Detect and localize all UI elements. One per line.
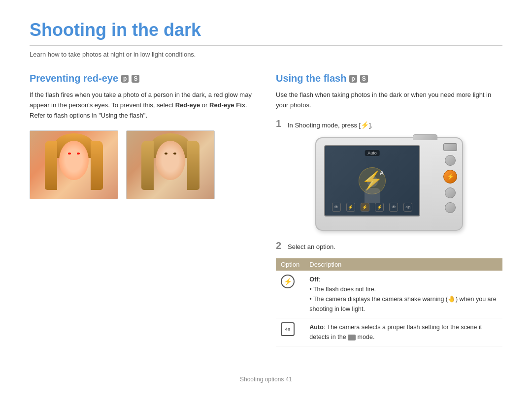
off-description: Off: The flash does not fire. The camera… xyxy=(304,271,502,318)
right-camera-icon: p xyxy=(349,75,357,83)
photo-red-eye xyxy=(30,130,118,199)
right-column: Using the flash p S Use the flash when t… xyxy=(276,73,502,346)
screen-icon-3: ⚡ xyxy=(361,203,369,212)
auto-icon-cell: 4n xyxy=(276,318,304,346)
screen-icons-row: 👁 ⚡ ⚡ ⚡ 👁 4n xyxy=(329,203,415,212)
off-icon-cell: ⚡ xyxy=(276,271,304,318)
flash-a-letter: A xyxy=(380,170,384,176)
screen-icon-2: ⚡ xyxy=(346,203,355,212)
step-2-number: 2 xyxy=(276,241,285,250)
page-title: Shooting in the dark xyxy=(30,20,502,46)
right-section-title: Using the flash p S xyxy=(276,73,502,84)
right-scene-icon: S xyxy=(360,75,368,83)
two-column-layout: Preventing red-eye p S If the flash fire… xyxy=(30,73,502,346)
camera-screen-inner: Auto ⚡ A xyxy=(325,146,419,216)
step-1: 1 In Shooting mode, press [⚡]. xyxy=(276,119,502,130)
cam-btn-3[interactable] xyxy=(445,202,456,213)
off-label: Off xyxy=(309,276,318,283)
camera-body: Auto ⚡ A xyxy=(315,137,463,231)
left-column: Preventing red-eye p S If the flash fire… xyxy=(30,73,256,346)
scene-mode-icon xyxy=(348,335,356,340)
photo-comparison-row xyxy=(30,130,256,199)
table-row-auto: 4n Auto: The camera selects a proper fla… xyxy=(276,318,502,346)
left-body-text: If the flash fires when you take a photo… xyxy=(30,90,256,121)
screen-icon-1: 👁 xyxy=(332,203,341,212)
step-1-text: In Shooting mode, press [⚡]. xyxy=(288,119,372,130)
off-bullet-1: The flash does not fire. xyxy=(309,284,498,294)
off-bullet-list: The flash does not fire. The camera disp… xyxy=(309,284,498,314)
cam-btn-1[interactable] xyxy=(445,155,456,166)
camera-screen: Auto ⚡ A xyxy=(324,145,420,216)
footer-text: Shooting options 41 xyxy=(240,376,292,383)
screen-icon-5: 👁 xyxy=(389,203,398,212)
shutter-button[interactable] xyxy=(413,134,437,140)
cam-mode-button[interactable] xyxy=(443,143,457,151)
screen-icon-6: 4n xyxy=(403,203,412,212)
scene-icon-badge: S xyxy=(132,75,139,83)
person-silhouette xyxy=(363,176,382,203)
left-section-title: Preventing red-eye p S xyxy=(30,73,256,84)
cam-btn-2[interactable] xyxy=(445,187,456,198)
auto-flash-icon: 4n xyxy=(281,322,295,336)
options-table: Option Description ⚡ Off: The flash does… xyxy=(276,258,502,346)
step-1-number: 1 xyxy=(276,119,285,128)
table-header-option: Option xyxy=(276,258,304,271)
photo-corrected xyxy=(126,130,215,199)
auto-description: Auto: The camera selects a proper flash … xyxy=(304,318,502,346)
off-flash-icon: ⚡ xyxy=(281,275,295,288)
auto-label: Auto xyxy=(309,324,323,331)
off-bullet-2: The camera displays the camera shake war… xyxy=(309,294,498,314)
camera-illustration: Auto ⚡ A xyxy=(276,137,502,231)
page-footer: Shooting options 41 xyxy=(30,376,502,383)
step-2: 2 Select an option. xyxy=(276,241,502,252)
right-body-text: Use the flash when taking photos in the … xyxy=(276,90,502,111)
page-subtitle: Learn how to take photos at night or in … xyxy=(30,51,502,58)
screen-icon-4: ⚡ xyxy=(375,203,384,212)
camera-right-buttons: ⚡ xyxy=(443,143,457,213)
step-2-text: Select an option. xyxy=(288,241,335,252)
table-header-description: Description xyxy=(304,258,502,271)
cam-flash-button[interactable]: ⚡ xyxy=(443,170,457,184)
table-row-off: ⚡ Off: The flash does not fire. The came… xyxy=(276,271,502,318)
camera-icon-badge: p xyxy=(121,75,129,83)
auto-label: Auto xyxy=(365,150,380,156)
